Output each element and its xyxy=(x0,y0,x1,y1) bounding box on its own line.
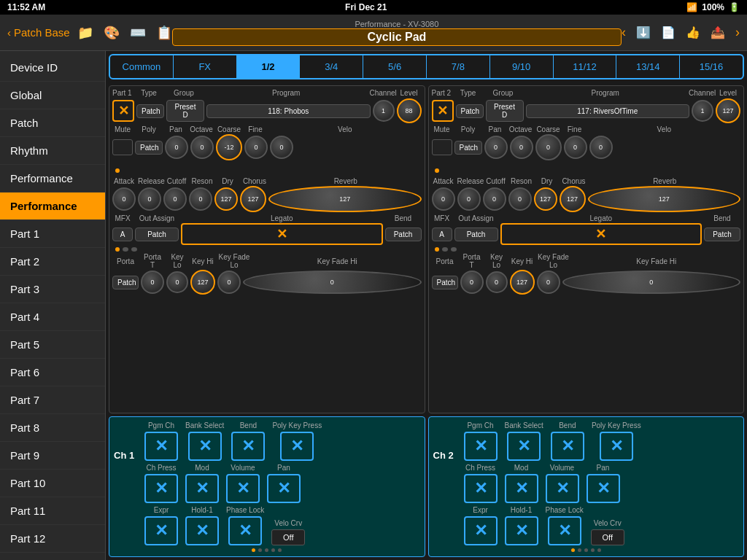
part1-pan-knob[interactable]: 0 xyxy=(165,136,188,159)
part1-channel-knob[interactable]: 1 xyxy=(373,100,395,122)
sidebar-item-part7[interactable]: Part 7 xyxy=(0,386,105,414)
part1-group[interactable]: Preset D xyxy=(166,100,204,122)
tab-common[interactable]: Common xyxy=(110,55,174,78)
part2-poly[interactable]: Patch xyxy=(454,141,482,155)
sidebar-item-part1[interactable]: Part 1 xyxy=(0,220,105,248)
part1-kflo-knob[interactable]: 0 xyxy=(217,271,241,294)
part2-reson-knob[interactable]: 0 xyxy=(508,187,532,211)
part1-mute-box[interactable] xyxy=(112,139,133,155)
part2-pan-knob[interactable]: 0 xyxy=(484,136,508,159)
pgmch2-btn[interactable]: ✕ xyxy=(464,432,498,461)
sidebar-item-part4[interactable]: Part 4 xyxy=(0,303,105,331)
part2-cutoff-knob[interactable]: 0 xyxy=(483,187,506,211)
sidebar-item-part11[interactable]: Part 11 xyxy=(0,497,105,525)
folder-icon[interactable]: 📁 xyxy=(77,25,93,41)
polykey1-btn[interactable]: ✕ xyxy=(280,432,314,461)
sidebar-item-part6[interactable]: Part 6 xyxy=(0,359,105,386)
page-icon[interactable]: 📄 xyxy=(661,26,676,39)
phaselock1-btn[interactable]: ✕ xyxy=(228,516,262,545)
part2-keylo-knob[interactable]: 0 xyxy=(486,271,508,293)
part1-fine-knob[interactable]: 0 xyxy=(244,136,268,159)
part2-program[interactable]: 117: RiversOfTime xyxy=(526,104,690,118)
chpress2-btn[interactable]: ✕ xyxy=(464,474,498,503)
vol1-btn[interactable]: ✕ xyxy=(226,474,260,503)
part1-dry-knob[interactable]: 127 xyxy=(214,187,238,211)
velocrv2-value[interactable]: Off xyxy=(591,529,624,545)
part2-reverb-knob[interactable]: 127 xyxy=(588,186,741,212)
phaselock2-btn[interactable]: ✕ xyxy=(548,516,581,545)
part1-poly[interactable]: Patch xyxy=(135,141,163,155)
sidebar-item-part8[interactable]: Part 8 xyxy=(0,414,105,442)
sidebar-item-part3[interactable]: Part 3 xyxy=(0,276,105,303)
expr1-btn[interactable]: ✕ xyxy=(144,516,178,545)
part2-channel-knob[interactable]: 1 xyxy=(692,100,713,122)
part2-mute-btn[interactable]: ✕ xyxy=(432,100,454,122)
sidebar-item-part10[interactable]: Part 10 xyxy=(0,470,105,497)
part1-reverb-knob[interactable]: 127 xyxy=(268,186,422,212)
polykey2-btn[interactable]: ✕ xyxy=(600,432,633,461)
part2-velo-knob[interactable]: 0 xyxy=(589,136,613,159)
pgmch1-btn[interactable]: ✕ xyxy=(144,432,178,461)
tab-3-4[interactable]: 3/4 xyxy=(300,55,363,78)
part1-type[interactable]: Patch xyxy=(136,104,164,118)
part1-oct-knob[interactable]: 0 xyxy=(190,136,214,159)
tab-9-10[interactable]: 9/10 xyxy=(490,55,554,78)
part1-out[interactable]: Patch xyxy=(135,228,179,241)
sidebar-item-device-id[interactable]: Device ID xyxy=(0,54,105,82)
part2-mfx[interactable]: A xyxy=(432,228,452,241)
chpress1-btn[interactable]: ✕ xyxy=(144,474,178,503)
hold2-btn[interactable]: ✕ xyxy=(505,516,538,545)
vol2-btn[interactable]: ✕ xyxy=(546,474,579,503)
part1-attack-knob[interactable]: 0 xyxy=(112,187,136,211)
mod1-btn[interactable]: ✕ xyxy=(185,474,219,503)
part2-fine-knob[interactable]: 0 xyxy=(564,136,587,159)
part2-bend[interactable]: Patch xyxy=(704,228,740,241)
part1-mute-btn[interactable]: ✕ xyxy=(112,100,134,122)
part2-out[interactable]: Patch xyxy=(454,228,498,241)
expr2-btn[interactable]: ✕ xyxy=(464,516,498,545)
part2-attack-knob[interactable]: 0 xyxy=(432,187,455,211)
part2-coarse-knob[interactable]: 0 xyxy=(535,134,562,160)
tab-15-16[interactable]: 15/16 xyxy=(680,55,743,78)
part1-level-knob[interactable]: 88 xyxy=(397,98,422,123)
part1-kfhi-knob[interactable]: 0 xyxy=(243,271,422,294)
pan1-btn[interactable]: ✕ xyxy=(267,474,301,503)
part2-level-knob[interactable]: 127 xyxy=(716,98,740,123)
palette-icon[interactable]: 🎨 xyxy=(104,25,120,41)
part2-porta[interactable]: Patch xyxy=(432,276,458,289)
part1-mfx[interactable]: A xyxy=(112,228,133,241)
banksel2-btn[interactable]: ✕ xyxy=(507,432,541,461)
sidebar-item-part2[interactable]: Part 2 xyxy=(0,248,105,276)
sidebar-item-global[interactable]: Global xyxy=(0,82,105,109)
clipboard-icon[interactable]: 📋 xyxy=(156,25,172,41)
tab-1-2[interactable]: 1/2 xyxy=(237,55,301,78)
part1-cutoff-knob[interactable]: 0 xyxy=(163,187,187,211)
send-icon[interactable]: 📤 xyxy=(711,26,725,39)
part1-reson-knob[interactable]: 0 xyxy=(189,187,212,211)
keyboard-icon[interactable]: ⌨️ xyxy=(130,25,146,41)
part1-keyhi-knob[interactable]: 127 xyxy=(190,270,215,295)
part2-type[interactable]: Patch xyxy=(456,104,484,118)
part1-legato-btn[interactable]: ✕ xyxy=(181,223,383,245)
part1-coarse-knob[interactable]: -12 xyxy=(216,134,242,160)
bend2-btn[interactable]: ✕ xyxy=(551,432,584,461)
hold1-btn[interactable]: ✕ xyxy=(185,516,219,545)
part1-keylo-knob[interactable]: 0 xyxy=(166,271,188,293)
tab-7-8[interactable]: 7/8 xyxy=(427,55,490,78)
share-icon[interactable]: 👍 xyxy=(686,26,700,39)
sidebar-item-patch[interactable]: Patch xyxy=(0,109,105,137)
sidebar-item-part5[interactable]: Part 5 xyxy=(0,331,105,359)
part2-mute-box[interactable] xyxy=(432,139,452,155)
part2-legato-btn[interactable]: ✕ xyxy=(500,223,703,245)
part1-program[interactable]: 118: Phobos xyxy=(206,104,371,118)
part2-chorus-knob[interactable]: 127 xyxy=(560,186,586,212)
tab-5-6[interactable]: 5/6 xyxy=(363,55,427,78)
back-button[interactable]: ‹ Patch Base xyxy=(7,26,70,39)
part1-portat-knob[interactable]: 0 xyxy=(141,271,164,294)
banksel1-btn[interactable]: ✕ xyxy=(188,432,222,461)
download-icon[interactable]: ⬇️ xyxy=(636,26,651,39)
part2-keyhi-knob[interactable]: 127 xyxy=(510,270,535,295)
part1-release-knob[interactable]: 0 xyxy=(138,187,161,211)
tab-13-14[interactable]: 13/14 xyxy=(616,55,680,78)
tab-fx[interactable]: FX xyxy=(174,55,237,78)
